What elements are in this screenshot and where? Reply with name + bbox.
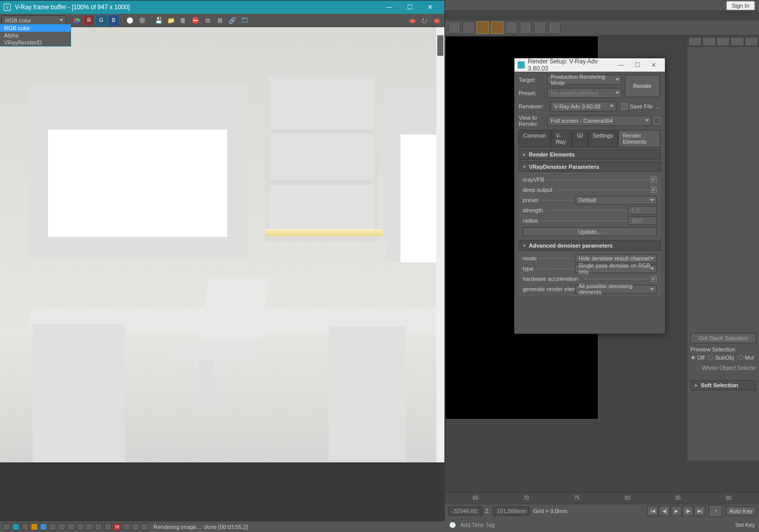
status-icon[interactable] [123,523,130,530]
status-icon[interactable] [31,523,38,530]
tab-common[interactable]: Common [519,130,551,147]
deep-checkbox[interactable] [651,187,657,193]
vfb-render-view[interactable] [0,27,436,462]
vrayvfb-checkbox[interactable] [651,176,657,183]
tab-gi[interactable]: GI [572,130,588,147]
cp-tab[interactable] [730,37,744,46]
soft-selection-rollout[interactable]: Soft Selection [690,380,756,390]
dd-item-alpha[interactable]: Alpha [0,32,71,39]
radio-mul[interactable]: Mul [738,354,754,361]
tab-settings[interactable]: Settings [588,130,618,147]
status-icon[interactable] [104,523,111,530]
status-icon[interactable] [68,523,75,530]
status-icon[interactable] [3,523,10,530]
rgb-toggle-button[interactable] [71,15,82,26]
radio-off[interactable]: Off [690,354,704,361]
timeline[interactable]: 65 70 75 80 85 90 [445,492,759,503]
red-channel-button[interactable]: R [83,15,95,26]
time-tag-icon[interactable]: 🕐 [449,522,456,528]
maximize-button[interactable]: ☐ [629,58,645,72]
radius-spinner[interactable]: 10,0 [628,216,657,225]
clear-button[interactable]: 🗑 [177,15,189,26]
view-dropdown[interactable]: Full screen - Camera004 [547,116,652,126]
strength-spinner[interactable]: 1,0 [628,206,657,215]
next-frame-button[interactable]: |▶ [682,506,694,516]
duplicate-button[interactable]: ⧉ [202,15,213,26]
stop-button[interactable]: ⛔ [190,15,201,26]
tool-btn[interactable] [505,21,518,34]
vfb-settings-button[interactable]: 🗔 [239,15,250,26]
status-icon[interactable] [132,523,139,530]
tool-btn[interactable] [534,21,546,34]
dd-item-rgb[interactable]: RGB color [0,25,71,32]
cp-tab[interactable] [688,37,702,46]
gen-dropdown[interactable]: All possible denoising elements [575,285,657,294]
teapot2-button[interactable]: 🫖 [431,15,442,26]
renderer-dropdown[interactable]: V-Ray Adv 3.60.03 [550,101,616,112]
preset-dropdown[interactable]: No preset selected [547,88,622,98]
cp-tab[interactable] [717,37,730,46]
vfb-scrollbar[interactable] [436,27,444,462]
tool-btn[interactable] [448,21,460,34]
update-button[interactable]: Update... [523,227,657,236]
key-mode-button[interactable]: + [708,505,723,517]
maximize-button[interactable]: ☐ [399,1,420,14]
status-icon[interactable] [58,523,65,530]
minimize-button[interactable]: — [613,58,629,72]
status-icon[interactable] [12,523,19,530]
alpha-button[interactable] [137,15,148,26]
history-button[interactable]: ⭮ [419,15,430,26]
hw-checkbox[interactable] [651,276,657,282]
minimize-button[interactable]: — [379,1,399,14]
add-time-tag[interactable]: Add Time Tag [460,522,495,528]
region-button[interactable]: ⊞ [214,15,226,26]
autokey-button[interactable]: Auto Key [726,506,756,516]
scrollbar-thumb[interactable] [437,35,443,56]
lock-icon[interactable] [654,117,661,124]
status-icon[interactable] [95,523,102,530]
play-button[interactable]: ▶ [671,506,682,516]
cp-tab[interactable] [745,37,758,46]
rollout-header[interactable]: Render Elements [519,149,661,160]
savefile-checkbox[interactable]: Save File [619,103,653,109]
render-setup-titlebar[interactable]: Render Setup: V-Ray Adv 3.60.03 — ☐ ✕ [515,58,665,72]
close-button[interactable]: ✕ [645,58,662,72]
status-icon[interactable] [49,523,56,530]
signin-button[interactable]: Sign In [726,1,755,10]
coord-z[interactable]: 151,868mm [493,506,530,516]
prev-frame-button[interactable]: ◀| [659,506,670,516]
dd-item-renderid[interactable]: VRayRenderID [0,39,71,46]
status-icon[interactable] [141,523,148,530]
cp-tab[interactable] [702,37,716,46]
status-icon[interactable] [21,523,29,530]
tab-render-elements[interactable]: Render Elements [618,130,660,147]
goto-start-button[interactable]: |◀ [647,506,658,516]
mono-button[interactable] [124,15,136,26]
rollout-header[interactable]: VRayDenoiser Parameters [519,162,661,172]
target-dropdown[interactable]: Production Rendering Mode [547,75,622,85]
get-stack-button[interactable]: Get Stack Selection [690,333,756,343]
status-icon[interactable] [77,523,84,530]
link-button[interactable]: 🔗 [227,15,238,26]
blue-channel-button[interactable]: B [108,15,119,26]
type-dropdown[interactable]: Single pass denoise on RGB only [575,264,657,273]
status-icon[interactable] [40,523,47,530]
vfb-titlebar[interactable]: V V-Ray frame buffer - [100% of 947 x 10… [0,1,444,14]
rollout-header[interactable]: Advanced denoiser parameters [519,240,661,251]
load-button[interactable]: 📁 [165,15,176,26]
savefile-browse[interactable]: ... [656,103,661,109]
tool-btn-highlight[interactable] [491,21,503,34]
close-button[interactable]: ✕ [420,1,440,14]
mode-dropdown[interactable]: Hide denoiser result channel [575,254,657,263]
render-button[interactable]: Render [625,75,660,97]
goto-end-button[interactable]: ▶| [694,506,705,516]
save-button[interactable]: 💾 [153,15,164,26]
radio-subobj[interactable]: SubObj [708,354,734,361]
green-channel-button[interactable]: G [96,15,107,26]
status-icon[interactable] [86,523,93,530]
teapot-button[interactable]: 🫖 [407,15,418,26]
tool-btn[interactable] [548,21,561,34]
setkey-button[interactable]: Set Key [735,522,755,528]
preset-dropdown[interactable]: Default [575,196,657,205]
tool-btn[interactable] [462,21,475,34]
